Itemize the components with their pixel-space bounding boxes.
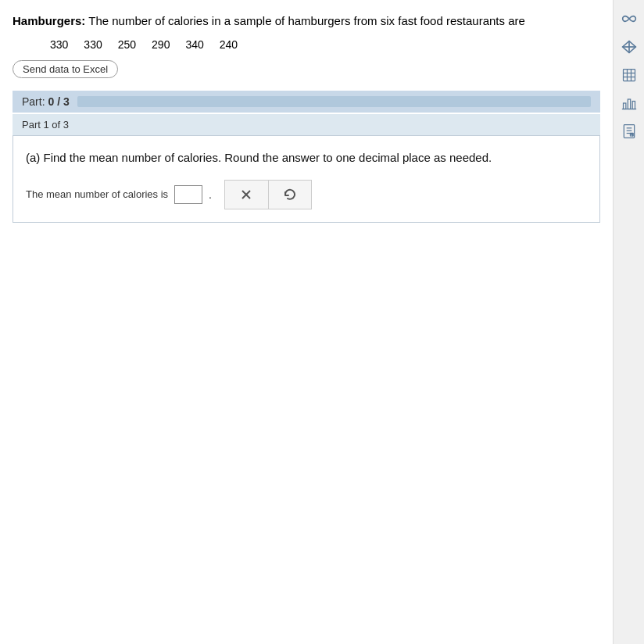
data-value-1: 330 [50, 38, 68, 51]
data-value-3: 250 [118, 38, 136, 51]
data-values-row: 330 330 250 290 340 240 [13, 38, 600, 51]
infinity-button[interactable] [617, 6, 642, 31]
data-value-4: 290 [152, 38, 170, 51]
data-value-6: 240 [220, 38, 238, 51]
problem-title: Hamburgers: The number of calories in a … [13, 13, 600, 30]
right-sidebar: ≡ [613, 0, 644, 644]
svg-rect-3 [623, 70, 635, 81]
progress-section: Part: 0 / 3 [13, 91, 600, 113]
progress-label: Part: 0 / 3 [22, 95, 70, 108]
problem-title-text: The number of calories in a sample of ha… [85, 14, 525, 27]
clear-button[interactable] [224, 180, 268, 209]
question-text: (a) Find the mean number of calories. Ro… [26, 148, 587, 167]
svg-rect-10 [632, 102, 635, 109]
answer-input[interactable] [174, 185, 202, 204]
answer-label: The mean number of calories is [26, 188, 168, 200]
chart-button[interactable] [617, 91, 642, 116]
progress-bar-track [77, 96, 591, 107]
send-to-excel-button[interactable]: Send data to Excel [13, 60, 118, 78]
svg-rect-9 [628, 99, 630, 109]
svg-rect-8 [623, 103, 625, 109]
question-box: (a) Find the mean number of calories. Ro… [13, 135, 600, 223]
reset-button[interactable] [268, 180, 312, 209]
data-value-2: 330 [84, 38, 102, 51]
action-buttons [224, 180, 312, 209]
problem-title-bold: Hamburgers: [13, 14, 85, 27]
table-button[interactable] [617, 63, 642, 88]
main-content: Hamburgers: The number of calories in a … [0, 0, 613, 235]
data-button[interactable]: ≡ [617, 119, 642, 144]
answer-period: . [209, 188, 212, 201]
part-header: Part 1 of 3 [13, 114, 600, 135]
data-value-5: 340 [185, 38, 203, 51]
answer-row: The mean number of calories is . [26, 180, 587, 209]
diamond-button[interactable] [617, 34, 642, 59]
